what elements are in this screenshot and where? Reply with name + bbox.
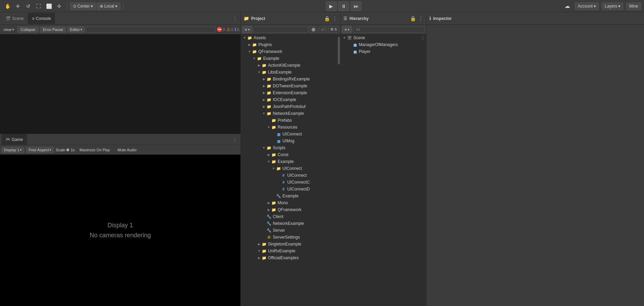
tree-item-serversettings[interactable]: ⚙ServerSettings [241, 234, 337, 241]
tree-item-networkexample[interactable]: ▼📁NetworkExample [241, 110, 337, 117]
project-filter-button2[interactable]: 🏷 [319, 26, 327, 33]
tree-item-plugins[interactable]: ▶📁Plugins [241, 41, 337, 48]
tree-item-uiconnectc_cs[interactable]: #UIConnectC [241, 179, 337, 186]
tree-item-const[interactable]: ▶📁Const [241, 151, 337, 158]
project-add-button[interactable]: + ▾ [242, 26, 252, 33]
tree-label-example: Example [263, 56, 279, 61]
tree-item-assets[interactable]: ▼📁Assets [241, 34, 337, 41]
project-lock-button[interactable]: 🔒 [324, 16, 330, 21]
hier-item-player[interactable]: ◼Player [341, 48, 426, 55]
tree-item-unirxexample[interactable]: ▼📁UniRxExample [241, 248, 337, 254]
game-tabs: 🎮 Game ⋮ [0, 134, 240, 145]
display-dropdown[interactable]: Display 1 ▾ [1, 147, 24, 153]
scale-slider-dot[interactable] [66, 149, 69, 151]
account-button[interactable]: Account ▾ [575, 2, 599, 10]
rect-tool-button[interactable]: ⬜ [44, 1, 54, 11]
tree-label-uiconnect_cs: UIConnect [287, 173, 307, 178]
tree-label-scripts: Scripts [273, 145, 286, 150]
tree-arrow-iocexample: ▶ [261, 98, 266, 101]
project-panel: 📁 Project 🔒 ⋮ + ▾ ⬤ 🏷 ⚙ 6 ▼📁Assets▶📁Plug… [241, 12, 341, 306]
project-scrollbar[interactable] [337, 34, 340, 306]
tree-item-qframework[interactable]: ▼📁QFramework [241, 48, 337, 55]
tree-item-qframework2[interactable]: ▶📁QFramework [241, 206, 337, 213]
hierarchy-add-button[interactable]: + ▾ [342, 26, 352, 33]
mine-button[interactable]: Mine [626, 2, 641, 10]
hierarchy-search-input[interactable] [353, 26, 425, 33]
hierarchy-panel: ☰ Hierarchy 🔒 ⋮ + ▾ ▼🎬Scene⋮◼ManagerOfMa… [341, 12, 427, 306]
aspect-dropdown[interactable]: Free Aspect ▾ [26, 147, 54, 153]
project-menu-button[interactable]: ⋮ [332, 15, 337, 22]
tree-icon-officialexamples: 📁 [261, 255, 267, 261]
tree-icon-prefabs: 📁 [271, 118, 277, 123]
tree-icon-server: 🔧 [266, 228, 272, 233]
tree-item-uiconnectd_cs[interactable]: #UIConnectD [241, 186, 337, 193]
collapse-button[interactable]: Collapse [18, 26, 39, 33]
local-label: Local [104, 4, 114, 9]
project-filter-count[interactable]: ⚙ 6 [328, 26, 339, 33]
tree-item-jsonpathprotobuf[interactable]: ▶📁JsonPathProtobuf [241, 103, 337, 110]
tree-item-example2[interactable]: ▼📁Example [241, 158, 337, 165]
panel-menu-button[interactable]: ⋮ [231, 16, 239, 21]
local-button[interactable]: ⊕ Local ▾ [97, 2, 120, 10]
project-panel-title: Project [251, 16, 265, 21]
mute-audio-button[interactable]: Mute Audio [115, 147, 139, 153]
tree-item-resources[interactable]: ▼📁Resources [241, 124, 337, 131]
tree-item-server[interactable]: 🔧Server [241, 227, 337, 234]
clear-button[interactable]: clear ▾ [1, 27, 16, 32]
hierarchy-panel-header: ☰ Hierarchy 🔒 ⋮ [341, 12, 426, 25]
cloud-button[interactable]: ☁ [562, 1, 572, 11]
move-tool-button[interactable]: ✛ [13, 1, 23, 11]
tree-arrow-example: ▼ [252, 57, 257, 60]
editor-dropdown[interactable]: Editor ▾ [67, 26, 85, 33]
tree-item-prefabs[interactable]: 📁Prefabs [241, 117, 337, 124]
tree-item-singletonexample[interactable]: ▶📁SingletonExample [241, 241, 337, 248]
maximize-on-play-button[interactable]: Maximize On Play [77, 147, 113, 153]
scale-tool-button[interactable]: ⛶ [34, 1, 43, 11]
game-panel-menu-button[interactable]: ⋮ [231, 137, 239, 142]
tree-item-scripts[interactable]: ▼📁Scripts [241, 144, 337, 151]
step-button[interactable]: ⏭ [351, 1, 362, 11]
tree-item-officialexamples[interactable]: ▶📁OfficialExamples [241, 254, 337, 261]
tree-item-iocexample[interactable]: ▶📁IOCExample [241, 96, 337, 103]
tab-game[interactable]: 🎮 Game [1, 134, 27, 145]
tree-item-bindingsrxexample[interactable]: ▶📁BindingsRxExample [241, 76, 337, 83]
tree-item-uiconnect_cs[interactable]: #UIConnect [241, 172, 337, 179]
error-pause-button[interactable]: Error Pause [40, 26, 66, 33]
pivot-button[interactable]: ⊙ Center ▾ [70, 2, 96, 10]
tree-item-example[interactable]: ▼📁Example [241, 55, 337, 62]
tab-console[interactable]: ≡ Console [28, 13, 55, 24]
top-toolbar: ✋ ✛ ↺ ⛶ ⬜ ✢ ⊙ Center ▾ ⊕ Local ▾ ▶ ⏸ ⏭ ☁… [0, 0, 644, 12]
tree-item-networkexample2[interactable]: 🔧NetworkExample [241, 220, 337, 227]
console-tab-label: Console [36, 16, 51, 21]
tree-item-uiconnect[interactable]: ◼UIConnect [241, 131, 337, 138]
project-tree-container: ▼📁Assets▶📁Plugins▼📁QFramework▼📁Example▶📁… [241, 34, 340, 306]
layers-button[interactable]: Layers ▾ [602, 2, 623, 10]
hierarchy-lock-button[interactable]: 🔒 [410, 16, 416, 21]
project-filter-button1[interactable]: ⬤ [309, 26, 318, 33]
hier-scene-menu[interactable]: ⋮ [421, 35, 425, 40]
tree-item-actionkitexample[interactable]: ▶📁ActionKitExample [241, 62, 337, 69]
tree-item-extensionexample[interactable]: ▶📁ExtensionExample [241, 89, 337, 96]
hier-item-managerofmanagers[interactable]: ◼ManagerOfManagers [341, 41, 426, 48]
pause-button[interactable]: ⏸ [338, 1, 349, 11]
tab-scene[interactable]: 🎬 Scene [1, 13, 28, 24]
tree-item-mono[interactable]: ▶📁Mono [241, 199, 337, 206]
tree-item-dotweenexample[interactable]: ▶📁DOTweenExample [241, 83, 337, 89]
hier-item-scene[interactable]: ▼🎬Scene⋮ [341, 34, 426, 41]
tree-item-example3[interactable]: 🔧Example [241, 193, 337, 199]
hierarchy-menu-button[interactable]: ⋮ [418, 15, 423, 22]
hand-tool-button[interactable]: ✋ [3, 1, 12, 11]
tree-icon-actionkitexample: 📁 [261, 63, 267, 68]
rotate-tool-button[interactable]: ↺ [23, 1, 33, 11]
tree-item-uiconnect2[interactable]: ▼📁UIConnect [241, 165, 337, 172]
tree-item-client[interactable]: 🔧Client [241, 213, 337, 220]
tree-item-uimsg[interactable]: ◼UIMsg [241, 138, 337, 144]
combined-tool-button[interactable]: ✢ [54, 1, 64, 11]
console-search-input[interactable] [86, 26, 215, 33]
display-label: Display 1 [4, 148, 19, 152]
project-search-input[interactable] [254, 26, 308, 33]
tree-item-libsexample[interactable]: ▼📁LibsExample [241, 69, 337, 76]
play-button[interactable]: ▶ [326, 1, 337, 11]
project-scrollbar-thumb[interactable] [338, 37, 340, 64]
tree-label-actionkitexample: ActionKitExample [268, 63, 300, 68]
